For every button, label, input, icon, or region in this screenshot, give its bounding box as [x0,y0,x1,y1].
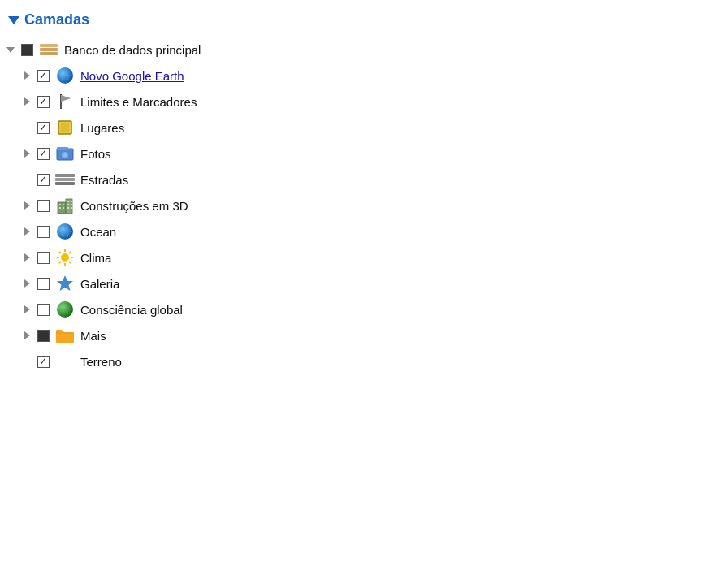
svg-rect-17 [55,182,75,185]
arrow-right-icon[interactable] [24,201,30,210]
layer-label-galeria: Galeria [76,277,119,291]
icon-col [54,274,76,293]
svg-rect-20 [59,204,61,205]
arrow-right-icon[interactable] [24,331,30,339]
layer-row-galeria[interactable]: Galeria [0,270,726,296]
layer-label-banco-dados: Banco de dados principal [60,43,201,57]
icon-col [54,146,76,161]
checkbox-checked[interactable]: ✓ [37,356,50,368]
arrow-col[interactable] [3,47,18,53]
check-col[interactable] [34,226,52,238]
arrow-right-icon[interactable] [24,305,30,313]
checkbox-full[interactable] [37,330,50,342]
checkbox-checked[interactable]: ✓ [37,70,50,82]
arrow-right-icon[interactable] [24,227,30,236]
arrow-col[interactable] [19,331,34,339]
arrow-right-icon[interactable] [24,149,30,158]
arrow-col[interactable] [19,97,34,106]
icon-col [54,174,76,185]
checkbox-unchecked[interactable] [37,304,50,316]
check-col[interactable]: ✓ [34,356,52,368]
svg-rect-18 [58,202,66,214]
check-col[interactable]: ✓ [34,148,52,160]
icon-col [54,93,76,110]
layer-row-ocean[interactable]: Ocean [0,218,726,244]
layer-row-banco-dados[interactable]: Banco de dados principal [0,37,726,63]
svg-rect-22 [59,207,61,209]
check-col[interactable]: ✓ [34,96,52,108]
layer-row-fotos[interactable]: ✓ Fotos [0,141,726,166]
layer-label-mais: Mais [76,329,106,343]
layer-label-estradas: Estradas [76,173,128,187]
svg-rect-23 [63,207,64,209]
arrow-right-icon[interactable] [24,253,30,262]
layer-row-terreno[interactable]: ✓ Terreno [0,348,726,374]
svg-line-43 [59,262,61,263]
check-col[interactable] [34,278,52,290]
layer-label-construcoes-3d: Construções em 3D [76,199,188,213]
layer-row-novo-google-earth[interactable]: ✓ Novo Google Earth [0,63,726,89]
icon-col [54,196,76,215]
collapse-icon[interactable] [8,16,19,24]
svg-rect-1 [40,48,58,51]
svg-rect-21 [63,204,64,205]
arrow-right-icon[interactable] [24,279,30,288]
checkbox-unchecked[interactable] [37,200,50,212]
check-col[interactable]: ✓ [34,122,52,134]
arrow-down-icon[interactable] [6,47,15,53]
svg-rect-10 [61,123,69,132]
arrow-col[interactable] [19,279,34,288]
check-col[interactable] [34,304,52,316]
arrow-col[interactable] [19,253,34,262]
checkbox-checked[interactable]: ✓ [37,122,50,134]
checkbox-unchecked[interactable] [37,278,50,290]
layer-row-estradas[interactable]: ✓ Estradas [0,166,726,192]
check-col[interactable]: ✓ [34,70,52,82]
check-col[interactable] [34,252,52,264]
check-col[interactable]: ✓ [34,174,52,186]
checkbox-checked[interactable]: ✓ [37,148,50,160]
check-col[interactable] [34,330,52,342]
svg-rect-15 [55,174,75,177]
check-col[interactable] [18,44,36,56]
layer-row-mais[interactable]: Mais [0,322,726,348]
arrow-col[interactable] [19,71,34,80]
layer-row-lugares[interactable]: ✓ Lugares [0,115,726,141]
svg-line-41 [69,262,71,263]
panel-header: Camadas [0,6,726,37]
svg-rect-26 [67,201,69,202]
svg-marker-44 [57,275,73,291]
svg-rect-16 [55,178,75,181]
layer-label-ocean: Ocean [76,225,116,239]
icon-col [54,67,76,84]
layer-label-lugares: Lugares [76,121,124,135]
arrow-col[interactable] [19,149,34,158]
svg-point-35 [61,253,69,262]
svg-marker-8 [61,95,71,102]
svg-line-40 [59,252,61,253]
arrow-col[interactable] [19,201,34,210]
layer-label-fotos: Fotos [76,147,111,161]
layer-row-limites-marcadores[interactable]: ✓ Limites e Marcadores [0,89,726,115]
icon-col [54,300,76,318]
checkbox-checked[interactable]: ✓ [37,174,50,186]
svg-rect-29 [71,204,72,205]
checkbox-checked[interactable]: ✓ [37,96,50,108]
layer-row-clima[interactable]: Clima [0,244,726,270]
svg-rect-2 [40,44,58,47]
checkbox-unchecked[interactable] [37,226,50,238]
icon-col [54,327,76,344]
svg-rect-0 [40,52,58,55]
arrow-col[interactable] [19,305,34,313]
arrow-col[interactable] [19,227,34,236]
checkbox-unchecked[interactable] [37,252,50,264]
check-col[interactable] [34,200,52,212]
layers-list: Banco de dados principal ✓ Novo Google E… [0,37,726,374]
arrow-right-icon[interactable] [24,71,30,80]
layer-row-construcoes-3d[interactable]: Construções em 3D [0,192,726,218]
layer-label-novo-google-earth[interactable]: Novo Google Earth [76,69,184,83]
checkbox-full[interactable] [21,44,33,56]
layer-row-consciencia-global[interactable]: Consciência global [0,296,726,322]
icon-col [54,119,76,136]
arrow-right-icon[interactable] [24,97,30,106]
